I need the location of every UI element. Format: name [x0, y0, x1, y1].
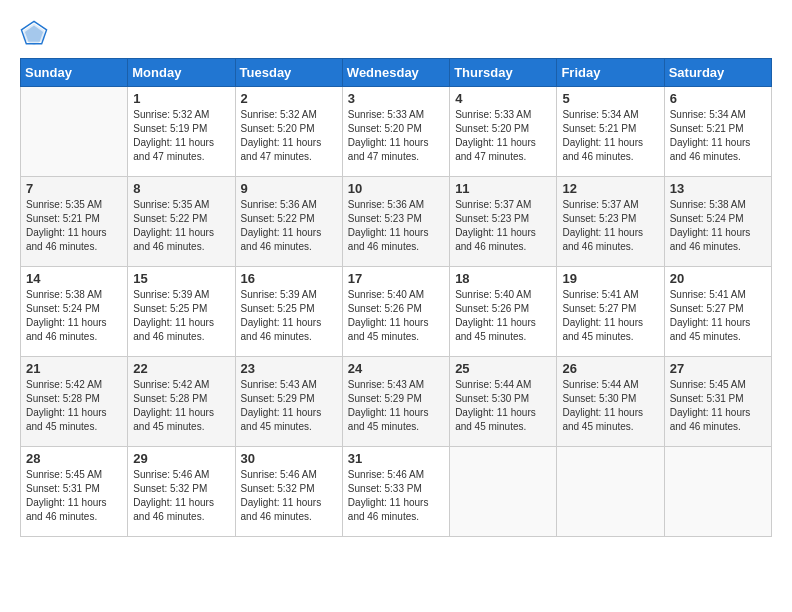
calendar-cell: 20Sunrise: 5:41 AMSunset: 5:27 PMDayligh…: [664, 267, 771, 357]
calendar-cell: 27Sunrise: 5:45 AMSunset: 5:31 PMDayligh…: [664, 357, 771, 447]
day-number: 2: [241, 91, 337, 106]
day-number: 15: [133, 271, 229, 286]
day-info: Sunrise: 5:46 AMSunset: 5:32 PMDaylight:…: [133, 468, 229, 524]
day-info: Sunrise: 5:34 AMSunset: 5:21 PMDaylight:…: [562, 108, 658, 164]
day-info: Sunrise: 5:44 AMSunset: 5:30 PMDaylight:…: [562, 378, 658, 434]
day-number: 22: [133, 361, 229, 376]
day-info: Sunrise: 5:38 AMSunset: 5:24 PMDaylight:…: [26, 288, 122, 344]
calendar-cell: 14Sunrise: 5:38 AMSunset: 5:24 PMDayligh…: [21, 267, 128, 357]
day-number: 20: [670, 271, 766, 286]
day-info: Sunrise: 5:36 AMSunset: 5:23 PMDaylight:…: [348, 198, 444, 254]
day-info: Sunrise: 5:33 AMSunset: 5:20 PMDaylight:…: [455, 108, 551, 164]
weekday-header-friday: Friday: [557, 59, 664, 87]
day-number: 11: [455, 181, 551, 196]
calendar-cell: 8Sunrise: 5:35 AMSunset: 5:22 PMDaylight…: [128, 177, 235, 267]
day-number: 5: [562, 91, 658, 106]
day-number: 23: [241, 361, 337, 376]
calendar-cell: 23Sunrise: 5:43 AMSunset: 5:29 PMDayligh…: [235, 357, 342, 447]
day-number: 31: [348, 451, 444, 466]
calendar-cell: 22Sunrise: 5:42 AMSunset: 5:28 PMDayligh…: [128, 357, 235, 447]
logo: [20, 20, 52, 48]
day-number: 8: [133, 181, 229, 196]
day-info: Sunrise: 5:39 AMSunset: 5:25 PMDaylight:…: [241, 288, 337, 344]
day-number: 24: [348, 361, 444, 376]
day-number: 19: [562, 271, 658, 286]
day-number: 13: [670, 181, 766, 196]
calendar-cell: 24Sunrise: 5:43 AMSunset: 5:29 PMDayligh…: [342, 357, 449, 447]
calendar-cell: 6Sunrise: 5:34 AMSunset: 5:21 PMDaylight…: [664, 87, 771, 177]
calendar-cell: [664, 447, 771, 537]
day-info: Sunrise: 5:34 AMSunset: 5:21 PMDaylight:…: [670, 108, 766, 164]
calendar-cell: 30Sunrise: 5:46 AMSunset: 5:32 PMDayligh…: [235, 447, 342, 537]
day-info: Sunrise: 5:45 AMSunset: 5:31 PMDaylight:…: [670, 378, 766, 434]
day-info: Sunrise: 5:35 AMSunset: 5:22 PMDaylight:…: [133, 198, 229, 254]
day-info: Sunrise: 5:41 AMSunset: 5:27 PMDaylight:…: [670, 288, 766, 344]
calendar-cell: 17Sunrise: 5:40 AMSunset: 5:26 PMDayligh…: [342, 267, 449, 357]
calendar-cell: 3Sunrise: 5:33 AMSunset: 5:20 PMDaylight…: [342, 87, 449, 177]
day-number: 14: [26, 271, 122, 286]
day-number: 12: [562, 181, 658, 196]
day-number: 28: [26, 451, 122, 466]
calendar-cell: [450, 447, 557, 537]
calendar-cell: 31Sunrise: 5:46 AMSunset: 5:33 PMDayligh…: [342, 447, 449, 537]
day-number: 7: [26, 181, 122, 196]
day-info: Sunrise: 5:35 AMSunset: 5:21 PMDaylight:…: [26, 198, 122, 254]
day-info: Sunrise: 5:33 AMSunset: 5:20 PMDaylight:…: [348, 108, 444, 164]
calendar-cell: 16Sunrise: 5:39 AMSunset: 5:25 PMDayligh…: [235, 267, 342, 357]
day-number: 9: [241, 181, 337, 196]
weekday-header-monday: Monday: [128, 59, 235, 87]
logo-icon: [20, 20, 48, 48]
calendar-cell: 4Sunrise: 5:33 AMSunset: 5:20 PMDaylight…: [450, 87, 557, 177]
day-number: 25: [455, 361, 551, 376]
day-number: 6: [670, 91, 766, 106]
weekday-header-thursday: Thursday: [450, 59, 557, 87]
calendar-cell: 12Sunrise: 5:37 AMSunset: 5:23 PMDayligh…: [557, 177, 664, 267]
weekday-header-tuesday: Tuesday: [235, 59, 342, 87]
calendar-cell: 7Sunrise: 5:35 AMSunset: 5:21 PMDaylight…: [21, 177, 128, 267]
calendar-cell: 29Sunrise: 5:46 AMSunset: 5:32 PMDayligh…: [128, 447, 235, 537]
day-info: Sunrise: 5:39 AMSunset: 5:25 PMDaylight:…: [133, 288, 229, 344]
day-number: 4: [455, 91, 551, 106]
day-number: 3: [348, 91, 444, 106]
day-info: Sunrise: 5:36 AMSunset: 5:22 PMDaylight:…: [241, 198, 337, 254]
day-number: 21: [26, 361, 122, 376]
day-info: Sunrise: 5:32 AMSunset: 5:20 PMDaylight:…: [241, 108, 337, 164]
day-info: Sunrise: 5:40 AMSunset: 5:26 PMDaylight:…: [455, 288, 551, 344]
page-header: [20, 20, 772, 48]
day-number: 29: [133, 451, 229, 466]
calendar-cell: 25Sunrise: 5:44 AMSunset: 5:30 PMDayligh…: [450, 357, 557, 447]
day-info: Sunrise: 5:42 AMSunset: 5:28 PMDaylight:…: [133, 378, 229, 434]
day-info: Sunrise: 5:32 AMSunset: 5:19 PMDaylight:…: [133, 108, 229, 164]
calendar-cell: 21Sunrise: 5:42 AMSunset: 5:28 PMDayligh…: [21, 357, 128, 447]
weekday-header-wednesday: Wednesday: [342, 59, 449, 87]
day-number: 27: [670, 361, 766, 376]
day-info: Sunrise: 5:40 AMSunset: 5:26 PMDaylight:…: [348, 288, 444, 344]
weekday-header-saturday: Saturday: [664, 59, 771, 87]
day-number: 16: [241, 271, 337, 286]
calendar-cell: 15Sunrise: 5:39 AMSunset: 5:25 PMDayligh…: [128, 267, 235, 357]
weekday-header-sunday: Sunday: [21, 59, 128, 87]
day-number: 26: [562, 361, 658, 376]
day-number: 18: [455, 271, 551, 286]
calendar-cell: 11Sunrise: 5:37 AMSunset: 5:23 PMDayligh…: [450, 177, 557, 267]
day-info: Sunrise: 5:45 AMSunset: 5:31 PMDaylight:…: [26, 468, 122, 524]
day-info: Sunrise: 5:37 AMSunset: 5:23 PMDaylight:…: [562, 198, 658, 254]
day-info: Sunrise: 5:43 AMSunset: 5:29 PMDaylight:…: [241, 378, 337, 434]
day-info: Sunrise: 5:38 AMSunset: 5:24 PMDaylight:…: [670, 198, 766, 254]
calendar-cell: [557, 447, 664, 537]
day-info: Sunrise: 5:37 AMSunset: 5:23 PMDaylight:…: [455, 198, 551, 254]
day-number: 30: [241, 451, 337, 466]
day-number: 17: [348, 271, 444, 286]
calendar-cell: 5Sunrise: 5:34 AMSunset: 5:21 PMDaylight…: [557, 87, 664, 177]
calendar-cell: 28Sunrise: 5:45 AMSunset: 5:31 PMDayligh…: [21, 447, 128, 537]
calendar-cell: 2Sunrise: 5:32 AMSunset: 5:20 PMDaylight…: [235, 87, 342, 177]
calendar-cell: 10Sunrise: 5:36 AMSunset: 5:23 PMDayligh…: [342, 177, 449, 267]
day-number: 10: [348, 181, 444, 196]
calendar-cell: 26Sunrise: 5:44 AMSunset: 5:30 PMDayligh…: [557, 357, 664, 447]
calendar-cell: 13Sunrise: 5:38 AMSunset: 5:24 PMDayligh…: [664, 177, 771, 267]
calendar-table: SundayMondayTuesdayWednesdayThursdayFrid…: [20, 58, 772, 537]
day-info: Sunrise: 5:41 AMSunset: 5:27 PMDaylight:…: [562, 288, 658, 344]
day-info: Sunrise: 5:44 AMSunset: 5:30 PMDaylight:…: [455, 378, 551, 434]
day-info: Sunrise: 5:43 AMSunset: 5:29 PMDaylight:…: [348, 378, 444, 434]
day-number: 1: [133, 91, 229, 106]
